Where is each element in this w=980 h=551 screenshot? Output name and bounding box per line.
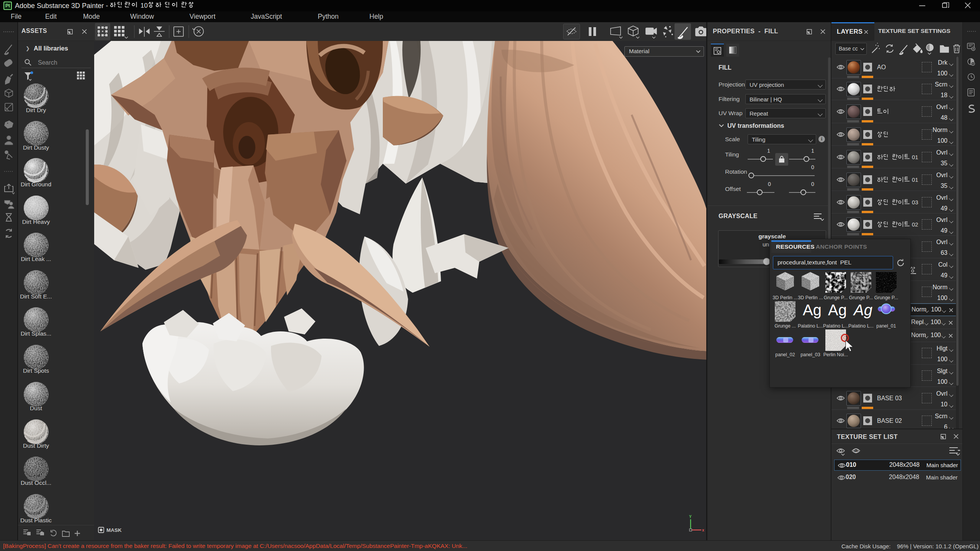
svg-text:Ag: Ag: [803, 302, 822, 318]
svg-text:Y: Y: [689, 515, 692, 519]
svg-text:x: x: [702, 528, 704, 532]
svg-text:1: 1: [855, 449, 857, 453]
svg-text:Ag: Ag: [828, 302, 847, 318]
svg-text:Ag: Ag: [853, 302, 872, 318]
svg-text:10: 10: [140, 2, 148, 9]
